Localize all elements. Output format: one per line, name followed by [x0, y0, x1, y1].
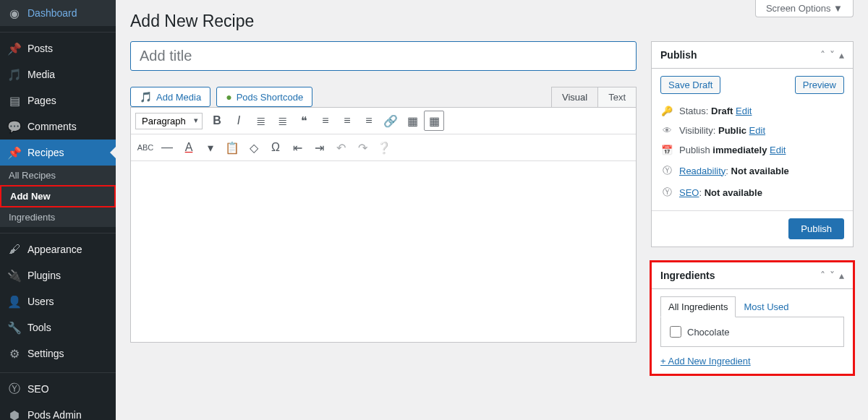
- button-label: Add Media: [156, 92, 201, 103]
- page-title: Add New Recipe: [130, 12, 854, 31]
- submenu-all-recipes[interactable]: All Recipes: [0, 166, 116, 185]
- main-content: Screen Options ▼ Add New Recipe 🎵Add Med…: [116, 0, 868, 420]
- sidebar-item-pages[interactable]: ▤Pages: [0, 87, 116, 113]
- toolbar-toggle-icon[interactable]: ▦: [424, 111, 444, 131]
- editor-container: Paragraph B I ≣ ≣ ❝ ≡ ≡ ≡ 🔗 ▦ ▦ A: [130, 107, 637, 343]
- user-icon: 👤: [7, 294, 22, 309]
- sidebar-item-users[interactable]: 👤Users: [0, 288, 116, 314]
- sidebar-item-comments[interactable]: 💬Comments: [0, 113, 116, 140]
- edit-schedule-link[interactable]: Edit: [770, 145, 786, 155]
- sidebar-label: Appearance: [27, 244, 82, 255]
- editor-tab-visual[interactable]: Visual: [551, 87, 598, 107]
- submenu-ingredients[interactable]: Ingredients: [0, 207, 116, 227]
- link-icon[interactable]: 🔗: [380, 111, 401, 131]
- yoast-icon: Ⓨ: [660, 164, 673, 177]
- indent-icon[interactable]: ⇥: [309, 137, 329, 158]
- readability-line: ⓎReadability: Not available: [660, 160, 844, 181]
- save-draft-button[interactable]: Save Draft: [660, 76, 720, 94]
- outdent-icon[interactable]: ⇤: [287, 137, 307, 158]
- submenu-add-new[interactable]: Add New: [0, 185, 116, 207]
- clear-format-icon[interactable]: ◇: [244, 137, 264, 158]
- sidebar-item-pods[interactable]: ⬢Pods Admin: [0, 402, 116, 420]
- sidebar-item-posts[interactable]: 📌Posts: [0, 35, 116, 61]
- page-icon: ▤: [7, 93, 22, 108]
- italic-icon[interactable]: I: [229, 111, 249, 131]
- dashboard-icon: ◉: [7, 6, 22, 20]
- bold-icon[interactable]: B: [207, 111, 227, 131]
- chevron-down-icon[interactable]: ˅: [830, 49, 835, 61]
- help-icon[interactable]: ❔: [374, 137, 394, 158]
- sidebar-label: Pages: [27, 95, 56, 106]
- brush-icon: 🖌: [7, 242, 22, 257]
- sidebar-label: SEO: [27, 383, 49, 395]
- wrench-icon: 🔧: [7, 320, 22, 335]
- visibility-line: 👁Visibility: Public Edit: [660, 121, 844, 140]
- sidebar-item-settings[interactable]: ⚙Settings: [0, 340, 116, 367]
- ul-icon[interactable]: ≣: [250, 111, 271, 131]
- redo-icon[interactable]: ↷: [352, 137, 373, 158]
- sidebar-label: Settings: [27, 348, 64, 359]
- editor-tab-text[interactable]: Text: [598, 87, 637, 107]
- pin-icon: 📌: [7, 145, 22, 160]
- sidebar-item-tools[interactable]: 🔧Tools: [0, 314, 116, 340]
- editor-toolbar-row-1: Paragraph B I ≣ ≣ ❝ ≡ ≡ ≡ 🔗 ▦ ▦: [131, 108, 636, 134]
- tab-most-used[interactable]: Most Used: [736, 296, 796, 317]
- editor-toolbar-row-2: ABC — A ▾ 📋 ◇ Ω ⇤ ⇥ ↶ ↷ ❔: [131, 134, 636, 161]
- sidebar-label: Dashboard: [27, 7, 77, 19]
- seo-line: ⓎSEO: Not available: [660, 181, 844, 203]
- edit-status-link[interactable]: Edit: [736, 106, 752, 116]
- ol-icon[interactable]: ≣: [272, 111, 292, 131]
- chevron-down-icon[interactable]: ▾: [200, 137, 221, 158]
- chevron-up-icon[interactable]: ˄: [820, 270, 825, 281]
- caret-up-icon[interactable]: ▴: [839, 270, 844, 281]
- tab-all-ingredients[interactable]: All Ingredients: [660, 296, 736, 317]
- sidebar-label: Users: [27, 296, 54, 307]
- sidebar-item-seo[interactable]: ⓎSEO: [0, 376, 116, 402]
- readmore-icon[interactable]: ▦: [402, 111, 422, 131]
- align-left-icon[interactable]: ≡: [315, 111, 336, 131]
- hr-icon[interactable]: —: [157, 137, 177, 158]
- quote-icon[interactable]: ❝: [294, 111, 314, 131]
- sidebar-item-plugins[interactable]: 🔌Plugins: [0, 262, 116, 288]
- align-right-icon[interactable]: ≡: [359, 111, 379, 131]
- special-char-icon[interactable]: Ω: [265, 137, 286, 158]
- ingredient-checkbox[interactable]: [670, 326, 681, 338]
- editor-canvas[interactable]: [131, 161, 636, 342]
- schedule-line: 📅Publish immediately Edit: [660, 140, 844, 160]
- chevron-down-icon[interactable]: ˅: [830, 270, 835, 281]
- textcolor-icon[interactable]: A: [179, 137, 199, 158]
- sidebar-item-dashboard[interactable]: ◉Dashboard: [0, 0, 116, 26]
- preview-button[interactable]: Preview: [795, 76, 844, 94]
- sidebar-item-media[interactable]: 🎵Media: [0, 61, 116, 87]
- sidebar-label: Posts: [27, 43, 53, 54]
- readability-link[interactable]: Readability: [679, 166, 726, 176]
- sidebar-item-recipes[interactable]: 📌Recipes: [0, 140, 116, 166]
- add-new-ingredient-link[interactable]: + Add New Ingredient: [660, 356, 751, 367]
- sidebar-item-appearance[interactable]: 🖌Appearance: [0, 236, 116, 262]
- paste-icon[interactable]: 📋: [222, 137, 242, 158]
- pods-shortcode-button[interactable]: ●Pods Shortcode: [216, 87, 312, 107]
- status-line: 🔑Status: Draft Edit: [660, 101, 844, 121]
- undo-icon[interactable]: ↶: [331, 137, 351, 158]
- strikethrough-icon[interactable]: ABC: [135, 137, 156, 158]
- ingredient-label: Chocolate: [687, 327, 730, 338]
- button-label: Pods Shortcode: [237, 92, 304, 103]
- chevron-up-icon[interactable]: ˄: [820, 49, 825, 61]
- media-icon: 🎵: [140, 91, 152, 103]
- pin-icon: 📌: [7, 41, 22, 56]
- sliders-icon: ⚙: [7, 346, 22, 361]
- add-media-button[interactable]: 🎵Add Media: [130, 87, 210, 107]
- eye-icon: 👁: [660, 125, 673, 136]
- yoast-icon: Ⓨ: [660, 186, 673, 199]
- publish-button[interactable]: Publish: [788, 218, 844, 239]
- ingredient-item[interactable]: Chocolate: [670, 326, 835, 338]
- edit-visibility-link[interactable]: Edit: [749, 125, 765, 136]
- screen-options-button[interactable]: Screen Options ▼: [755, 0, 854, 17]
- admin-sidebar: ◉Dashboard 📌Posts 🎵Media ▤Pages 💬Comment…: [0, 0, 116, 420]
- caret-up-icon[interactable]: ▴: [839, 49, 844, 61]
- format-select[interactable]: Paragraph: [135, 113, 203, 129]
- title-input[interactable]: [130, 41, 637, 71]
- sidebar-label: Plugins: [27, 270, 61, 281]
- seo-link[interactable]: SEO: [679, 187, 699, 198]
- align-center-icon[interactable]: ≡: [337, 111, 357, 131]
